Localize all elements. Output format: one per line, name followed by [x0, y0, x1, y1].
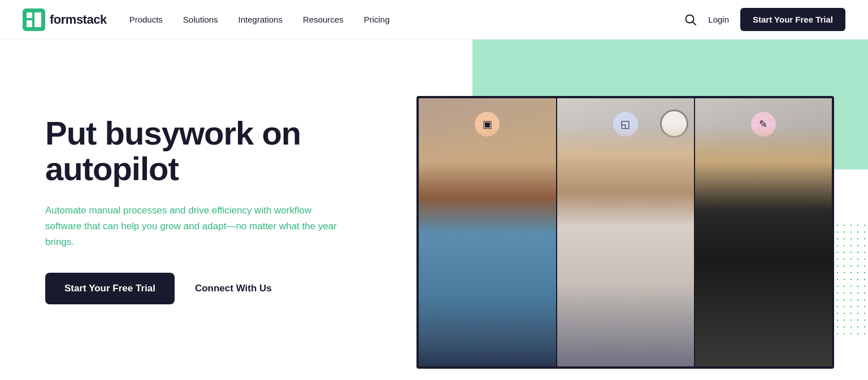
hero-cta-button[interactable]: Start Your Free Trial	[45, 273, 175, 304]
person-silhouette-1	[419, 125, 555, 367]
nav-pricing[interactable]: Pricing	[364, 15, 390, 24]
nav-solutions[interactable]: Solutions	[183, 15, 218, 24]
nav-products[interactable]: Products	[129, 15, 163, 24]
hero-title: Put busywork on autopilot	[45, 115, 394, 187]
login-link[interactable]: Login	[708, 15, 729, 24]
person-silhouette-3	[695, 125, 832, 367]
svg-rect-2	[27, 20, 32, 27]
hero-left: Put busywork on autopilot Automate manua…	[0, 81, 416, 339]
search-button[interactable]	[684, 14, 697, 26]
logo-link[interactable]: formstack	[23, 8, 107, 31]
svg-rect-1	[27, 12, 32, 18]
svg-line-5	[693, 21, 696, 25]
nav-integrations[interactable]: Integrations	[238, 15, 283, 24]
hero-section: Put busywork on autopilot Automate manua…	[0, 40, 868, 380]
search-icon	[684, 14, 697, 26]
video-panel-2: ◱	[557, 98, 695, 366]
nav-links: Products Solutions Integrations Resource…	[129, 15, 685, 24]
hero-actions: Start Your Free Trial Connect With Us	[45, 273, 394, 304]
connect-with-us-link[interactable]: Connect With Us	[195, 283, 272, 294]
svg-rect-3	[34, 12, 41, 27]
video-panel-1: ▣	[419, 98, 557, 366]
nav-cta-button[interactable]: Start Your Free Trial	[740, 8, 845, 31]
hero-subtitle: Automate manual processes and drive effi…	[45, 203, 339, 250]
navbar: formstack Products Solutions Integration…	[0, 0, 868, 40]
nav-right: Login Start Your Free Trial	[684, 8, 845, 31]
logo-icon	[23, 8, 45, 31]
green-dots-pattern	[834, 222, 868, 335]
brand-name: formstack	[50, 12, 107, 27]
svg-rect-0	[23, 8, 45, 31]
hero-video-container: ▣ ◱ ✎	[416, 96, 834, 369]
nav-resources[interactable]: Resources	[303, 15, 344, 24]
person-silhouette-2	[557, 125, 694, 367]
video-panel-3: ✎	[695, 98, 832, 366]
hero-right: ▣ ◱ ✎	[416, 40, 868, 380]
